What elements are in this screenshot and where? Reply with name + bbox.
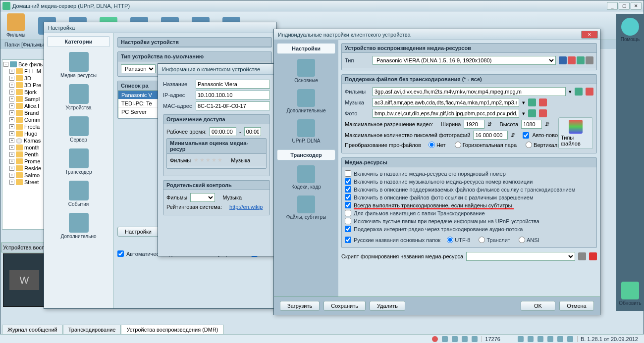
tree-item[interactable]: +3D xyxy=(3,75,48,82)
help-button[interactable]: Помощь xyxy=(619,17,642,43)
mpo-vert-radio[interactable] xyxy=(526,142,532,148)
film-stars[interactable]: ★★★★★ xyxy=(194,157,223,163)
tree-item[interactable]: +Salmo xyxy=(3,172,48,179)
autorotate-check[interactable] xyxy=(523,132,529,139)
category-Транскодер[interactable]: Транскодер xyxy=(47,146,110,178)
tree-item[interactable]: +Freela xyxy=(3,123,48,130)
height-spinner[interactable]: ⇵ xyxy=(545,121,549,128)
tree-root-label[interactable]: Все филь xyxy=(18,61,43,67)
tab-dmr[interactable]: Устройства воспроизведения (DMR) xyxy=(121,325,223,334)
films-ext-input[interactable] xyxy=(373,87,566,96)
tree-item[interactable]: +Reside xyxy=(3,165,48,172)
refresh-button[interactable]: Обновить xyxy=(617,281,643,307)
expand-icon[interactable]: + xyxy=(9,117,14,122)
height-input[interactable] xyxy=(521,120,542,129)
tree-item[interactable]: +Penth xyxy=(3,151,48,158)
expand-icon[interactable]: + xyxy=(9,110,14,115)
time-to[interactable] xyxy=(244,127,261,136)
expand-icon[interactable]: + xyxy=(9,103,14,108)
width-input[interactable] xyxy=(464,120,484,129)
ok-button[interactable]: OK xyxy=(521,301,555,311)
category-Дополнительно[interactable]: Дополнительно xyxy=(47,210,110,242)
expand-icon[interactable]: + xyxy=(9,145,14,150)
mpo-none-radio[interactable] xyxy=(429,142,435,148)
tree-item[interactable]: +Bjork xyxy=(3,89,48,96)
ind-side-UPnP, DLNA[interactable]: UPnP, DLNA xyxy=(277,116,335,147)
films-tool[interactable]: Фильмы xyxy=(4,12,27,39)
tree-item[interactable]: +Hugo xyxy=(3,130,48,137)
reload-type-icon[interactable] xyxy=(568,56,576,64)
films-del-icon[interactable] xyxy=(586,88,593,96)
folder-tree[interactable]: −Все филь +F I L M+3D+3D Pre+Bjork+Sampl… xyxy=(2,59,50,230)
check-input[interactable] xyxy=(345,210,351,216)
expand-icon[interactable]: + xyxy=(9,138,14,143)
mpo-horiz-radio[interactable] xyxy=(455,142,461,148)
script-edit-icon[interactable] xyxy=(578,252,586,260)
pixels-input[interactable] xyxy=(473,131,508,140)
tree-item[interactable]: +F I L M xyxy=(3,68,48,75)
check-input[interactable] xyxy=(345,170,351,177)
width-spinner[interactable]: ⇵ xyxy=(487,121,492,128)
name-input[interactable] xyxy=(196,80,270,89)
tree-item[interactable]: +Comm xyxy=(3,116,48,123)
tab-transcoding[interactable]: Транскодирование xyxy=(63,325,121,334)
expand-icon[interactable]: + xyxy=(9,83,14,88)
ind-close-button[interactable]: ✕ xyxy=(581,31,598,39)
mac-input[interactable] xyxy=(196,101,270,110)
default-type-select[interactable]: Panasonic xyxy=(121,64,156,73)
info-type-icon[interactable] xyxy=(577,56,585,64)
tree-item[interactable]: +Prome xyxy=(3,158,48,165)
delete-button[interactable]: Удалить xyxy=(370,301,405,311)
ind-side-Файлы, субтитры[interactable]: Файлы, субтитры xyxy=(277,193,335,223)
enc-ansi-radio[interactable] xyxy=(519,237,525,243)
pixels-spinner[interactable]: ⇵ xyxy=(511,132,515,139)
enc-utf8-radio[interactable] xyxy=(447,237,453,243)
music-del-icon[interactable] xyxy=(539,98,547,106)
status-iconb-4[interactable] xyxy=(547,336,553,342)
save-type-icon[interactable] xyxy=(559,56,567,64)
tree-item[interactable]: +month xyxy=(3,144,48,151)
films-dd[interactable]: ▾ xyxy=(569,89,572,95)
expand-icon[interactable]: + xyxy=(9,166,14,171)
photo-del-icon[interactable] xyxy=(539,109,547,117)
enc-translit-radio[interactable] xyxy=(479,237,485,243)
device-type-select[interactable]: Panasonic VIERA (DLNA 1.5, 16:9, 1920x10… xyxy=(373,56,556,65)
ind-side-Дополнительные[interactable]: Дополнительные xyxy=(277,86,335,116)
music-dd[interactable]: ▾ xyxy=(522,99,525,106)
music-add-icon[interactable] xyxy=(528,98,536,106)
photo-add-icon[interactable] xyxy=(528,109,536,117)
music-ext-input[interactable] xyxy=(373,98,519,107)
category-Сервер[interactable]: Сервер xyxy=(47,113,110,146)
auto-add-check[interactable] xyxy=(117,250,124,257)
status-icon-3[interactable] xyxy=(452,336,458,342)
expand-icon[interactable]: + xyxy=(9,152,14,157)
photo-ext-input[interactable] xyxy=(373,109,519,118)
status-iconb-3[interactable] xyxy=(537,336,543,342)
cancel-button[interactable]: Отмена xyxy=(559,301,594,311)
category-Устройства[interactable]: Устройства xyxy=(47,81,110,113)
tree-item[interactable]: +3D Pre xyxy=(3,82,48,89)
expand-icon[interactable]: + xyxy=(9,90,14,95)
expand-icon[interactable]: + xyxy=(9,159,14,164)
settings-button[interactable]: Настройки xyxy=(117,227,159,237)
collapse-icon[interactable]: − xyxy=(3,62,8,67)
pfilms-select[interactable] xyxy=(190,193,215,202)
tree-item[interactable]: +Brand xyxy=(3,109,48,116)
expand-icon[interactable]: + xyxy=(9,97,14,101)
films-add-icon[interactable] xyxy=(575,88,583,96)
close-button[interactable]: ✕ xyxy=(631,2,642,10)
expand-icon[interactable]: + xyxy=(9,124,14,129)
expand-icon[interactable]: + xyxy=(9,69,14,74)
minimize-button[interactable]: _ xyxy=(607,2,618,10)
status-icon-1[interactable] xyxy=(432,336,438,342)
status-icon-5[interactable] xyxy=(472,336,478,342)
check-input[interactable] xyxy=(345,218,351,224)
expand-icon[interactable]: + xyxy=(9,76,14,81)
device-thumbnail[interactable]: W xyxy=(3,253,46,307)
save-button[interactable]: Сохранить xyxy=(323,301,366,311)
tab-log[interactable]: Журнал сообщений xyxy=(2,325,63,334)
load-button[interactable]: Загрузить xyxy=(280,301,320,311)
file-types-button[interactable]: Типы файлов xyxy=(558,117,593,149)
check-input[interactable] xyxy=(345,186,351,193)
tree-item[interactable]: +Sampl xyxy=(3,96,48,102)
